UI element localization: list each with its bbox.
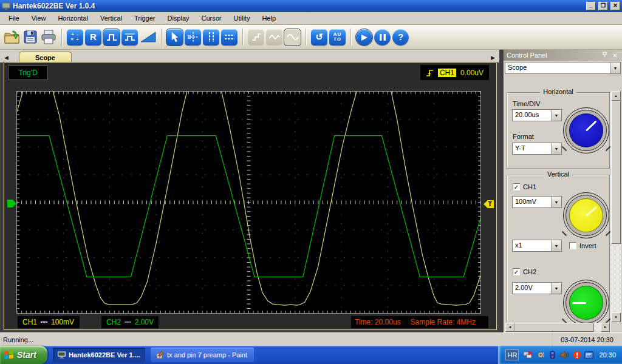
start-button[interactable]: Start [0, 346, 47, 364]
ch1-enable-row: ✓ CH1 [513, 183, 536, 190]
waveform-display[interactable] [16, 91, 481, 314]
horizontal-cursors-button[interactable] [221, 29, 238, 46]
scroll-left-icon[interactable]: ◄ [505, 323, 514, 332]
print-button[interactable] [40, 29, 56, 46]
trigger-position-marker[interactable]: T [484, 200, 494, 208]
maximize-button[interactable]: ❐ [598, 2, 608, 10]
workspace: ◀ Scope ▶ Trig'D CH1 0.00uV T CH1 100mV … [0, 50, 622, 332]
ramp-button[interactable] [140, 29, 156, 46]
tab-scope[interactable]: Scope [19, 52, 72, 62]
windows-logo-icon [4, 350, 14, 359]
chevron-down-icon[interactable]: ▼ [551, 110, 561, 121]
menu-view[interactable]: View [26, 13, 52, 24]
trigger-status-badge: Trig'D [8, 66, 48, 80]
cross-cursors-button[interactable] [185, 29, 201, 46]
sine-interpolation-button[interactable] [284, 29, 301, 46]
chevron-down-icon[interactable]: ▼ [610, 62, 620, 73]
usb-device-icon[interactable] [548, 351, 557, 360]
save-button[interactable] [22, 29, 38, 46]
panel-close-icon[interactable]: ✕ [611, 52, 619, 59]
ch2-enable-row: ✓ CH2 [513, 268, 536, 275]
menu-file[interactable]: File [2, 13, 26, 24]
toolbar-separator [350, 29, 351, 46]
tray-app-icon[interactable] [584, 351, 593, 360]
scroll-up-icon[interactable]: ▲ [611, 91, 621, 101]
scroll-down-icon[interactable]: ▼ [611, 312, 621, 322]
language-indicator[interactable]: HR [505, 349, 519, 360]
menu-trigger[interactable]: Trigger [128, 13, 161, 24]
menu-vertical[interactable]: Vertical [94, 13, 128, 24]
tab-scroll-left-icon[interactable]: ◀ [2, 55, 10, 62]
print-icon [41, 30, 56, 44]
menu-horizontal[interactable]: Horizontal [52, 13, 94, 24]
speaker-volume-icon[interactable] [560, 351, 569, 360]
taskbar-task-paint[interactable]: tx and pin 7 preamp - Paint [151, 348, 254, 362]
timediv-combobox[interactable]: 20.00us ▼ [512, 109, 562, 121]
vertical-scrollbar-thumb[interactable] [611, 101, 621, 244]
ch2-readout: CH2 2.00V [101, 316, 159, 328]
minimize-button[interactable]: _ [586, 2, 596, 10]
autoset-button[interactable]: AU TO [329, 29, 346, 46]
menu-help[interactable]: Help [256, 13, 282, 24]
step-interpolation-button[interactable] [248, 29, 264, 46]
ramp-icon [140, 31, 156, 43]
ch2-position-knob[interactable] [563, 280, 609, 326]
pin-icon[interactable] [601, 52, 609, 59]
ch2-checkbox-label: CH2 [523, 268, 536, 275]
pause-icon [380, 34, 386, 41]
math-button[interactable]: + - × ÷ [67, 29, 83, 46]
cursor-select-button[interactable] [166, 29, 183, 46]
ch2-position-marker[interactable] [7, 200, 16, 207]
reference-button[interactable]: R [85, 29, 101, 46]
ch2-scale: 2.00V [135, 318, 154, 326]
start-acquisition-button[interactable]: ▶ [356, 29, 372, 46]
ch1-scale: 100mV [51, 318, 74, 326]
trigger-source-badge: CH1 [438, 69, 456, 77]
menu-utility[interactable]: Utility [228, 13, 256, 24]
vertical-scrollbar[interactable]: ▲ ▼ [611, 91, 621, 322]
channel2-waveform-button[interactable] [121, 29, 138, 46]
panel-selector-combobox[interactable]: Scope ▼ [505, 62, 621, 74]
network-offline-icon[interactable] [524, 351, 533, 360]
horizontal-group-title: Horizontal [540, 88, 576, 95]
toolbar: + - × ÷ R [0, 25, 622, 50]
linear-interpolation-button[interactable] [266, 29, 282, 46]
ch1-position-knob[interactable] [563, 192, 609, 238]
control-panel-header: Control Panel ✕ [504, 50, 622, 61]
invert-row: Invert [569, 242, 596, 249]
chevron-down-icon[interactable]: ▼ [551, 197, 561, 207]
help-button[interactable]: ? [392, 29, 409, 46]
chevron-down-icon[interactable]: ▼ [551, 283, 561, 294]
ch2-scale-combobox[interactable]: 2.00V ▼ [512, 282, 562, 294]
ch1-scale-combobox[interactable]: 100mV ▼ [512, 196, 562, 208]
channel1-waveform-button[interactable] [103, 29, 120, 46]
menu-cursor[interactable]: Cursor [196, 13, 228, 24]
pause-acquisition-button[interactable] [374, 29, 391, 46]
ch1-checkbox[interactable]: ✓ [513, 183, 520, 190]
control-panel-title: Control Panel [507, 52, 598, 59]
horizontal-scrollbar-thumb[interactable] [514, 323, 594, 332]
open-button[interactable] [4, 29, 20, 46]
play-icon: ▶ [361, 33, 367, 41]
scroll-right-icon[interactable]: ► [601, 323, 610, 332]
dc-coupling-icon [41, 321, 47, 323]
taskbar-task-hantek[interactable]: Hantek6022BE Ver 1.... [53, 348, 145, 362]
format-combobox[interactable]: Y-T ▼ [512, 143, 562, 155]
dc-coupling-icon [125, 321, 131, 323]
close-button[interactable]: ✕ [610, 2, 620, 10]
trigger-info-box: CH1 0.00uV [420, 65, 489, 80]
chevron-down-icon[interactable]: ▼ [551, 240, 561, 251]
tab-scroll-right-icon[interactable]: ▶ [489, 55, 497, 62]
horizontal-position-knob[interactable] [563, 107, 609, 153]
alert-icon[interactable] [572, 351, 581, 360]
probe-attenuation-combobox[interactable]: x1 ▼ [512, 240, 562, 252]
refresh-button[interactable]: ↺ [311, 29, 327, 46]
chevron-down-icon[interactable]: ▼ [551, 143, 561, 154]
vertical-cursors-button[interactable] [203, 29, 219, 46]
horizontal-scrollbar[interactable]: ◄ ► [505, 323, 610, 332]
refresh-icon: ↺ [315, 32, 323, 42]
invert-checkbox[interactable] [569, 242, 576, 249]
volume-mixer-icon[interactable] [536, 351, 545, 360]
ch2-checkbox[interactable]: ✓ [513, 268, 520, 275]
menu-display[interactable]: Display [161, 13, 195, 24]
